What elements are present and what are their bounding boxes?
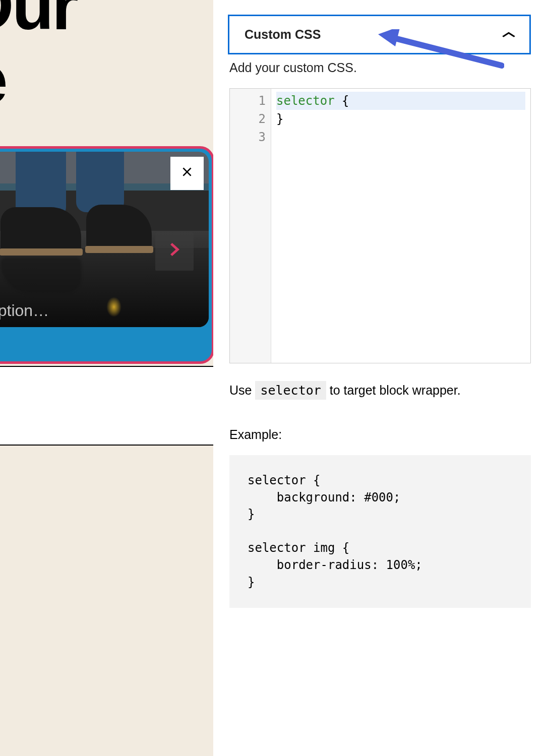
editor-canvas: To Our e Wr [0,0,213,756]
panel-title: Custom CSS [245,27,321,42]
close-icon [180,165,194,182]
page-title-line1: To Our [0,0,77,42]
selected-image-block[interactable]: Write caption… [0,146,213,364]
empty-block[interactable] [0,366,213,446]
custom-css-panel-header[interactable]: Custom CSS [228,15,531,54]
caption-input[interactable]: Write caption… [0,301,49,320]
editor-gutter: 1 2 3 [230,89,271,363]
line-number: 3 [230,128,266,146]
example-code-block: selector { background: #000; } selector … [229,455,531,608]
block-image: Write caption… [0,152,209,327]
chevron-right-icon [167,239,182,264]
chevron-up-icon [501,28,517,41]
code-line: selector { [276,92,525,110]
panel-description: Add your custom CSS. [229,60,531,75]
line-number: 2 [230,110,266,128]
line-number: 1 [230,92,266,110]
remove-image-button[interactable] [170,157,204,190]
code-line: } [276,110,525,128]
help-text: Use selector to target block wrapper. [229,382,531,399]
custom-css-editor[interactable]: 1 2 3 selector { } [229,88,531,363]
editor-content[interactable]: selector { } [271,89,530,363]
inline-code: selector [255,381,326,400]
example-label: Example: [229,427,531,442]
page-title-line2: e [0,40,6,119]
settings-sidebar: Custom CSS Add your custom CSS. 1 2 3 se… [213,0,547,756]
carousel-next-button[interactable] [155,232,194,271]
